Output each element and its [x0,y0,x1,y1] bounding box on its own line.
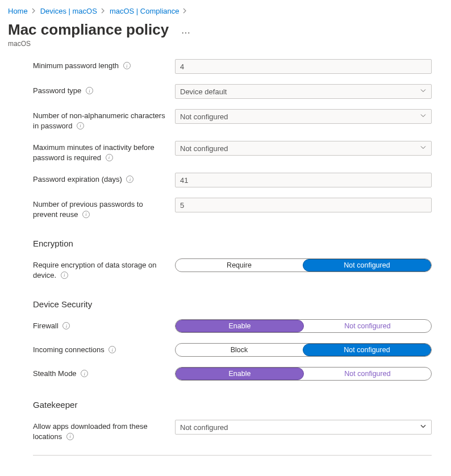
nonalpha-value: Not configured [180,112,228,121]
stealth-opt-notconfigured[interactable]: Not configured [304,368,431,380]
stealth-opt-enable[interactable]: Enable [176,368,304,380]
section-encryption: Encryption [33,239,432,248]
info-icon[interactable]: i [86,87,93,94]
encryption-opt-notconfigured[interactable]: Not configured [303,259,431,272]
firewall-opt-enable[interactable]: Enable [176,320,304,332]
row-prev-reuse: Number of previous passwords to prevent … [33,198,432,219]
row-expiration: Password expiration (days) i [33,173,432,187]
expiration-label: Password expiration (days) [33,175,122,183]
page-subtitle: macOS [8,40,443,48]
firewall-label: Firewall [33,321,59,330]
breadcrumb-home[interactable]: Home [8,7,28,15]
password-type-label: Password type [33,86,81,95]
row-require-encryption: Require encryption of data storage on de… [33,258,432,280]
page-title: Mac compliance policy [8,21,169,39]
allow-apps-value: Not configured [180,423,228,432]
chevron-right-icon [31,7,37,15]
info-icon[interactable]: i [82,211,90,218]
allow-apps-select[interactable]: Not configured [175,420,432,435]
inactivity-select[interactable]: Not configured [175,141,432,156]
row-nonalpha: Number of non-alphanumeric characters in… [33,109,432,131]
info-icon[interactable]: i [123,62,131,69]
info-icon[interactable]: i [108,346,116,353]
firewall-opt-notconfigured[interactable]: Not configured [304,320,431,332]
chevron-down-icon [420,112,427,121]
page-header: Mac compliance policy ⋯ macOS [8,21,443,48]
expiration-input[interactable] [175,173,432,187]
nonalpha-label: Number of non-alphanumeric characters in… [33,111,165,130]
encryption-toggle[interactable]: Require Not configured [175,258,432,272]
chevron-down-icon [420,87,427,96]
min-password-length-label: Minimum password length [33,61,119,70]
breadcrumb: Home Devices | macOS macOS | Compliance [8,7,443,15]
row-stealth: Stealth Mode i Enable Not configured [33,367,432,381]
row-firewall: Firewall i Enable Not configured [33,319,432,333]
chevron-down-icon [420,423,427,432]
encryption-opt-require[interactable]: Require [176,259,303,272]
divider [33,455,432,456]
info-icon[interactable]: i [106,154,113,161]
stealth-toggle[interactable]: Enable Not configured [175,367,432,381]
chevron-down-icon [420,144,427,153]
section-device-security: Device Security [33,299,432,309]
info-icon[interactable]: i [81,370,88,377]
incoming-label: Incoming connections [33,345,105,354]
chevron-right-icon [182,7,188,15]
incoming-opt-block[interactable]: Block [176,344,303,356]
password-type-value: Device default [180,87,227,96]
section-gatekeeper: Gatekeeper [33,400,432,410]
info-icon[interactable]: i [126,176,133,183]
allow-apps-label: Allow apps downloaded from these locatio… [33,422,148,441]
incoming-opt-notconfigured[interactable]: Not configured [303,344,431,356]
min-password-length-input[interactable] [175,59,432,74]
row-allow-apps: Allow apps downloaded from these locatio… [33,420,432,441]
chevron-right-icon [101,7,106,15]
row-min-password-length: Minimum password length i [33,59,432,74]
nonalpha-select[interactable]: Not configured [175,109,432,124]
firewall-toggle[interactable]: Enable Not configured [175,319,432,333]
prev-reuse-input[interactable] [175,198,432,212]
policy-form: Minimum password length i Password type … [8,59,443,441]
password-type-select[interactable]: Device default [175,84,432,99]
info-icon[interactable]: i [62,322,70,329]
info-icon[interactable]: i [77,122,84,130]
row-password-type: Password type i Device default [33,84,432,99]
row-incoming: Incoming connections i Block Not configu… [33,343,432,357]
breadcrumb-compliance[interactable]: macOS | Compliance [110,7,179,15]
require-encryption-label: Require encryption of data storage on de… [33,261,157,279]
breadcrumb-devices[interactable]: Devices | macOS [40,7,97,15]
inactivity-value: Not configured [180,144,228,153]
stealth-label: Stealth Mode [33,369,77,378]
more-icon[interactable]: ⋯ [181,27,191,38]
inactivity-label: Maximum minutes of inactivity before pas… [33,143,154,162]
info-icon[interactable]: i [61,272,68,279]
incoming-toggle[interactable]: Block Not configured [175,343,432,357]
info-icon[interactable]: i [66,433,74,440]
row-inactivity: Maximum minutes of inactivity before pas… [33,141,432,162]
